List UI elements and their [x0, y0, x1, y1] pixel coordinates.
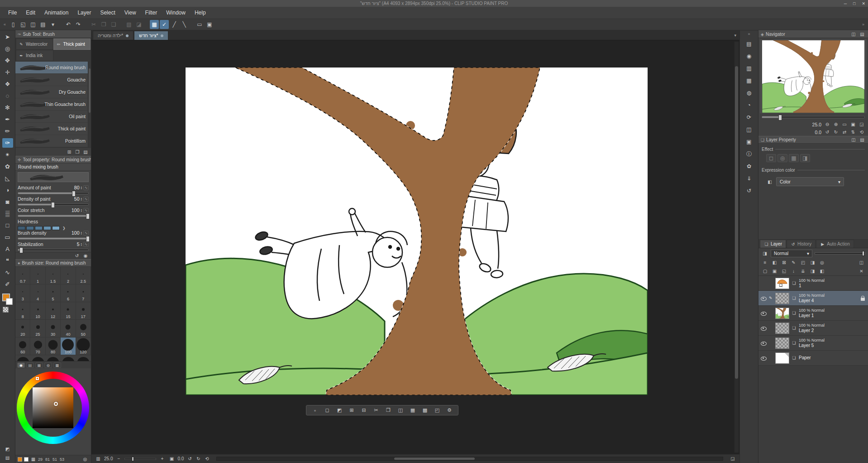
layer-row[interactable]: ❏ 100 % Normal Layer 2 — [758, 321, 868, 336]
brush-list-item[interactable]: Pointillism — [15, 135, 91, 147]
create-mask-icon[interactable]: ◨ — [808, 268, 817, 275]
move-layer-tool[interactable]: ✛ — [2, 68, 13, 77]
color-wheel-tab[interactable]: ◉ — [17, 362, 25, 368]
subtool-panel-header[interactable]: ✑ Sub Tool: Brush — [15, 30, 91, 38]
visibility-eye-icon[interactable] — [761, 295, 767, 301]
zoom-out-icon[interactable]: − — [115, 455, 122, 462]
blend-tool[interactable]: ◑ — [2, 185, 13, 195]
pencil-tool[interactable]: ✏ — [2, 126, 13, 136]
pen-dynamics-icon[interactable]: ∿ — [83, 208, 89, 213]
pen-dynamics-icon[interactable]: ∿ — [83, 231, 89, 236]
tab-close-icon[interactable] — [126, 34, 129, 37]
apply-mask-icon[interactable]: ◧ — [818, 268, 826, 275]
property-slider-row[interactable]: Amount of paint 80 ∿ — [18, 184, 89, 195]
color-slider-icon[interactable]: ▥ — [744, 64, 754, 73]
palette-icon[interactable]: ◨ — [761, 250, 768, 257]
brush-list-item[interactable]: Thin Gouache brush — [15, 98, 91, 111]
spinner-arrows-icon[interactable] — [81, 186, 82, 189]
spinner-arrows-icon[interactable] — [81, 231, 82, 235]
history-icon[interactable]: ↺ — [744, 186, 754, 195]
color-picker-icon[interactable]: ◎ — [81, 456, 89, 463]
navigator-zoom-slider[interactable] — [758, 115, 868, 121]
color-history-icon[interactable]: ⟳ — [744, 113, 754, 122]
layer-thumbnail[interactable] — [775, 308, 789, 319]
new-tone-icon[interactable]: ▩ — [420, 406, 430, 415]
auto-select-tool[interactable]: ✻ — [2, 103, 13, 112]
opacity-handle[interactable] — [862, 251, 864, 256]
brush-size-cell[interactable]: 40 — [61, 320, 76, 338]
expand-selection-icon[interactable]: ⊞ — [346, 406, 357, 415]
spinner-arrows-icon[interactable] — [81, 242, 82, 246]
reset-rotation-icon[interactable]: ⟲ — [858, 129, 865, 135]
collapse-right-icon[interactable]: » — [860, 22, 866, 27]
lock-transparent-icon[interactable]: ◧ — [770, 259, 779, 266]
clear-selection-icon[interactable]: ✂ — [371, 406, 382, 415]
brush-size-cell[interactable]: 25 — [30, 320, 45, 338]
vertical-scrollbar[interactable] — [734, 41, 739, 453]
rotate-cw-icon[interactable]: ↻ — [195, 455, 202, 462]
hue-marker[interactable] — [36, 377, 39, 380]
background-color-swatch[interactable] — [6, 298, 13, 305]
dock-icon[interactable]: ◫ — [850, 136, 857, 143]
brush-size-cell[interactable]: 5 — [46, 285, 61, 302]
canvas-tab[interactable]: ילדה ומטריה* — [93, 31, 134, 40]
color-wheel-icon[interactable]: ◉ — [744, 52, 754, 61]
zoom-in-icon[interactable]: + — [158, 455, 166, 462]
vertical-scroll-thumb[interactable] — [735, 66, 738, 378]
zoom-in-icon[interactable]: ⊕ — [832, 121, 839, 128]
clip-studio-icon[interactable]: ▣ — [205, 20, 214, 29]
brush-list-item[interactable]: Gouache — [15, 74, 91, 86]
subtool-menu-icon[interactable]: ▤ — [82, 149, 89, 155]
reset-default-icon[interactable]: ↺ — [73, 252, 81, 259]
mini-foreground-swatch[interactable] — [18, 457, 22, 462]
operation-tool[interactable]: ➤ — [2, 32, 13, 42]
balloon-tool[interactable]: ❝ — [2, 256, 13, 265]
dock-icon[interactable]: ◫ — [850, 31, 857, 38]
switch-colors-icon[interactable]: ◩ — [4, 446, 11, 453]
canvas[interactable] — [186, 68, 648, 395]
menu-item[interactable]: Select — [95, 7, 119, 19]
subtool-tab[interactable]: ✒ India ink — [16, 50, 53, 61]
saturation-value-box[interactable] — [33, 387, 73, 428]
selection-tool[interactable]: ◌ — [2, 91, 13, 101]
zoom-out-icon[interactable]: ⊖ — [824, 121, 831, 128]
delete-layer-icon[interactable]: ✕ — [857, 268, 866, 275]
rotate-ccw-icon[interactable]: ↺ — [824, 129, 831, 135]
brush-size-cell[interactable]: 120 — [76, 338, 91, 355]
tab-close-icon[interactable] — [161, 34, 163, 37]
text-tool[interactable]: A — [2, 244, 13, 254]
download-icon[interactable]: ⇓ — [744, 174, 754, 183]
brush-size-cell[interactable]: 1.5 — [46, 267, 61, 285]
brush-size-cell[interactable]: 15 — [61, 302, 76, 320]
menu-item[interactable]: Layer — [73, 7, 95, 19]
flip-horizontal-icon[interactable]: ⇄ — [841, 129, 848, 135]
reselect-icon[interactable]: ◻ — [322, 406, 333, 415]
paste-icon[interactable]: ❑ — [109, 20, 118, 29]
brush-size-cell[interactable]: 100 — [61, 338, 76, 355]
intermediate-color-icon[interactable]: ◍ — [744, 88, 754, 97]
fill-selection-icon[interactable]: ▦ — [407, 406, 418, 415]
spinner-arrows-icon[interactable] — [81, 197, 82, 201]
corner-resize-icon[interactable]: ◲ — [729, 455, 736, 462]
property-slider-row[interactable]: Stabilization 5 ∿ — [18, 241, 89, 252]
pen-tool[interactable]: ✒ — [2, 115, 13, 124]
reference-layer-icon[interactable]: ◎ — [818, 259, 826, 266]
lock-layer-icon[interactable]: ⊠ — [780, 259, 788, 266]
color-set-icon[interactable]: ▦ — [744, 76, 754, 85]
hue-ring[interactable] — [17, 371, 89, 444]
layer-thumbnail[interactable] — [775, 278, 789, 289]
slider-groove[interactable] — [18, 192, 89, 194]
brush-size-cell[interactable]: 60 — [15, 338, 30, 355]
undo-icon[interactable]: ↶ — [64, 20, 73, 29]
layer-thumbnail[interactable] — [775, 293, 789, 304]
strip-menu-icon[interactable]: ▤ — [4, 454, 11, 461]
layer-row[interactable]: ❏ 100 % Normal Layer 4 — [758, 291, 868, 306]
pin-layers-icon[interactable]: ≡ — [761, 259, 769, 266]
color-grid-icon[interactable]: ▦ — [30, 456, 36, 463]
expression-color-select[interactable]: Color ▾ — [776, 177, 844, 186]
material-panel-icon[interactable]: ▭ — [195, 20, 204, 29]
brush-size-cell[interactable]: 10 — [30, 302, 45, 320]
layer-thumbnail[interactable] — [775, 323, 789, 334]
spinner-arrows-icon[interactable] — [81, 208, 82, 212]
invert-selection-icon[interactable]: ◩ — [334, 406, 345, 415]
